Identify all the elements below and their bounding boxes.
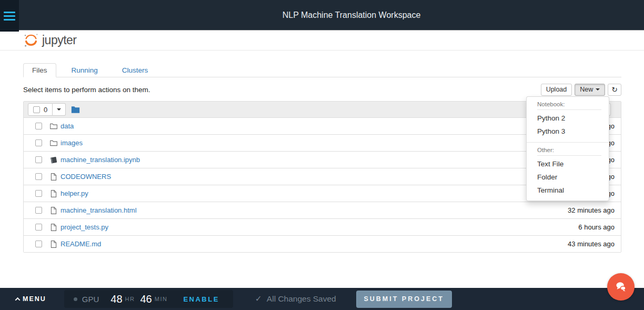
- select-dropdown-button[interactable]: [53, 103, 66, 116]
- tab-bar: Files Running Clusters: [23, 63, 621, 77]
- chevron-up-icon: [15, 297, 21, 302]
- file-link[interactable]: images: [61, 139, 83, 147]
- menu-item-folder[interactable]: Folder: [527, 171, 609, 184]
- file-icon: [49, 223, 58, 232]
- tab-files[interactable]: Files: [23, 63, 56, 77]
- file-link[interactable]: helper.py: [61, 189, 88, 197]
- file-row: project_tests.py 6 hours ago: [24, 218, 621, 235]
- new-dropdown-button[interactable]: New: [575, 84, 605, 96]
- folder-icon: [49, 139, 58, 147]
- toolbar: Select items to perform actions on them.…: [23, 83, 621, 96]
- breadcrumb-home-folder-icon[interactable]: [71, 106, 80, 114]
- file-link[interactable]: CODEOWNERS: [61, 173, 111, 181]
- file-icon: [49, 206, 58, 215]
- file-row: machine_translation.html 32 minutes ago: [24, 202, 621, 218]
- tab-clusters[interactable]: Clusters: [113, 63, 157, 77]
- file-link[interactable]: data: [61, 122, 74, 130]
- tab-running[interactable]: Running: [63, 63, 107, 77]
- file-icon: [49, 173, 58, 181]
- menu-section-header: Other:: [537, 147, 601, 156]
- chat-bubbles-icon: [614, 280, 628, 294]
- caret-down-icon: [57, 108, 61, 111]
- page-title: NLP Machine Translation Workspace: [0, 0, 644, 30]
- jupyter-logo-icon: [23, 32, 39, 48]
- file-icon: [49, 240, 58, 248]
- footer-menu-toggle[interactable]: MENU: [16, 295, 46, 303]
- top-app-bar: NLP Machine Translation Workspace: [0, 0, 644, 30]
- menu-item-python2[interactable]: Python 2: [527, 112, 609, 125]
- save-status: ✓ All Changes Saved: [255, 294, 336, 304]
- file-link[interactable]: machine_translation.html: [61, 206, 137, 214]
- refresh-icon: ↻: [611, 86, 618, 93]
- folder-icon: [49, 122, 58, 131]
- gpu-status-dot-icon: [74, 297, 77, 301]
- row-checkbox[interactable]: [35, 156, 42, 163]
- gpu-minutes-remaining: 46: [140, 293, 152, 305]
- row-checkbox[interactable]: [35, 241, 42, 247]
- jupyter-header: jupyter: [0, 30, 644, 51]
- last-modified-text: 43 minutes ago: [568, 240, 621, 248]
- hamburger-menu-button[interactable]: [0, 0, 19, 32]
- check-icon: ✓: [255, 294, 262, 304]
- last-modified-text: 6 hours ago: [578, 223, 621, 231]
- chat-support-fab[interactable]: [607, 273, 635, 301]
- notebook-icon: [49, 156, 58, 164]
- page: NLP Machine Translation Workspace jupyte…: [0, 0, 644, 310]
- submit-project-button[interactable]: SUBMIT PROJECT: [356, 291, 452, 308]
- file-link[interactable]: README.md: [61, 240, 101, 248]
- gpu-label: GPU: [82, 295, 99, 304]
- upload-button[interactable]: Upload: [541, 84, 572, 96]
- row-checkbox[interactable]: [35, 123, 42, 129]
- select-all-checkbox[interactable]: [33, 106, 40, 113]
- gpu-hours-remaining: 48: [110, 293, 122, 305]
- jupyter-brand-text: jupyter: [42, 33, 77, 47]
- gpu-enable-button[interactable]: ENABLE: [183, 295, 219, 303]
- select-all-group[interactable]: 0: [28, 103, 53, 116]
- file-link[interactable]: project_tests.py: [61, 223, 108, 231]
- menu-divider: [527, 142, 609, 143]
- menu-section-header: Notebook:: [537, 101, 601, 110]
- file-link[interactable]: machine_translation.ipynb: [61, 156, 140, 164]
- refresh-button[interactable]: ↻: [608, 84, 621, 96]
- menu-item-python3[interactable]: Python 3: [527, 125, 609, 138]
- row-checkbox[interactable]: [35, 139, 42, 146]
- row-checkbox[interactable]: [35, 190, 42, 197]
- caret-down-icon: [596, 88, 600, 91]
- jupyter-logo-link[interactable]: jupyter: [23, 32, 77, 48]
- hamburger-icon: [4, 12, 15, 13]
- row-checkbox[interactable]: [35, 224, 42, 231]
- file-row: README.md 43 minutes ago: [24, 235, 621, 252]
- menu-item-terminal[interactable]: Terminal: [527, 184, 609, 197]
- menu-item-text-file[interactable]: Text File: [527, 157, 609, 171]
- select-items-hint: Select items to perform actions on them.: [23, 86, 150, 94]
- gpu-time-panel: GPU 48 HR 46 MIN ENABLE: [64, 290, 233, 308]
- row-checkbox[interactable]: [35, 173, 42, 180]
- new-dropdown-menu: Notebook: Python 2 Python 3 Other: Text …: [526, 96, 609, 201]
- last-modified-text: 32 minutes ago: [568, 206, 621, 214]
- file-icon: [49, 189, 58, 198]
- workspace-footer-bar: MENU GPU 48 HR 46 MIN ENABLE ✓ All Chang…: [0, 288, 644, 310]
- selected-count: 0: [44, 106, 47, 114]
- row-checkbox[interactable]: [35, 207, 42, 214]
